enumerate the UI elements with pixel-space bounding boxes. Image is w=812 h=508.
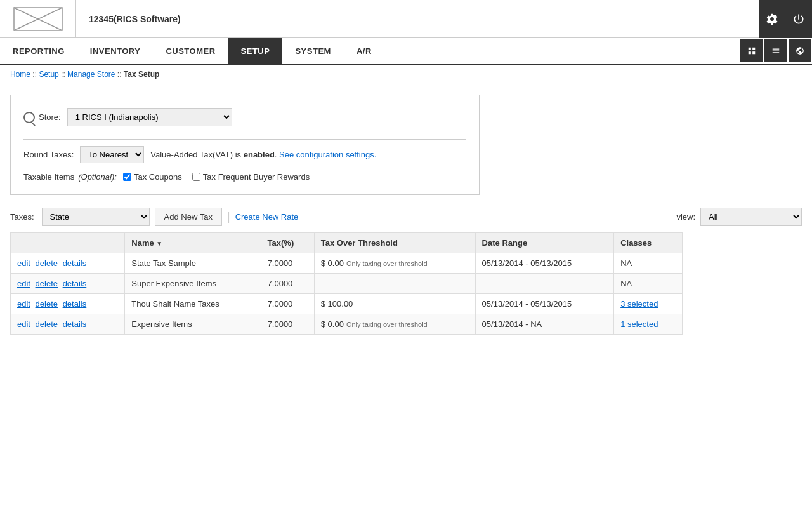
col-date-range: Date Range [475,233,614,253]
edit-link[interactable]: edit [17,279,30,288]
row-date-range: 05/13/2014 - 05/13/2015 [475,294,614,314]
nav-ar[interactable]: A/R [344,38,384,64]
store-label: Store: [23,112,61,123]
breadcrumb-home[interactable]: Home [10,70,30,79]
taxes-controls: Taxes: State County City Special Add New… [10,208,802,226]
row-actions: edit delete details [11,274,125,294]
row-name: Super Expensive Items [125,274,261,294]
round-taxes-row: Round Taxes: To Nearest Up Down Value-Ad… [23,146,466,163]
row-actions: edit delete details [11,294,125,314]
row-tax: 7.0000 [261,294,314,314]
edit-link[interactable]: edit [17,299,30,309]
row-date-range: 05/13/2014 - 05/13/2015 [475,253,614,274]
delete-link[interactable]: delete [36,319,58,329]
view-label: view: [676,212,695,222]
row-threshold: — [314,274,475,294]
nav-customer[interactable]: CUSTOMER [153,38,228,64]
logo [0,0,76,38]
col-name[interactable]: Name ▼ [125,233,261,253]
nav-setup[interactable]: SETUP [228,38,283,64]
row-classes: 1 selected [614,314,683,335]
table-head: Name ▼ Tax(%) Tax Over Threshold Date Ra… [11,233,683,253]
row-name: State Tax Sample [125,253,261,274]
divider [23,139,466,140]
svg-rect-4 [752,48,755,50]
row-tax: 7.0000 [261,314,314,335]
edit-link[interactable]: edit [17,258,30,268]
details-link[interactable]: details [63,258,87,268]
taxable-optional: (Optional): [78,172,117,182]
tax-frequent-checkbox-label[interactable]: Tax Frequent Buyer Rewards [192,172,310,182]
sort-arrow-icon: ▼ [156,240,162,247]
row-actions: edit delete details [11,314,125,335]
nav-icon-3[interactable] [789,39,811,62]
row-date-range [475,274,614,294]
delete-link[interactable]: delete [36,258,58,268]
nav-icon-2[interactable] [764,39,787,62]
tax-frequent-checkbox[interactable] [192,173,200,181]
row-threshold: $ 0.00Only taxing over threshold [314,253,475,274]
taxable-row: Taxable Items (Optional): Tax Coupons Ta… [23,172,466,182]
main-content: Store: 1 RICS I (Indianapolis) Round Tax… [0,84,812,345]
col-tax: Tax(%) [261,233,314,253]
header: 12345(RICS Software) [0,0,812,38]
delete-link[interactable]: delete [36,279,58,288]
details-link[interactable]: details [63,279,87,288]
taxes-type-select[interactable]: State County City Special [42,208,150,226]
row-threshold: $ 100.00 [314,294,475,314]
table-body: edit delete details State Tax Sample7.00… [11,253,683,335]
classes-link[interactable]: 3 selected [620,299,658,309]
row-date-range: 05/13/2014 - NA [475,314,614,335]
row-threshold: $ 0.00Only taxing over threshold [314,314,475,335]
col-actions [11,233,125,253]
settings-icon[interactable] [759,0,785,38]
tax-table: Name ▼ Tax(%) Tax Over Threshold Date Ra… [10,232,683,335]
table-row: edit delete details State Tax Sample7.00… [11,253,683,274]
store-row: Store: 1 RICS I (Indianapolis) [23,108,466,126]
row-tax: 7.0000 [261,253,314,274]
nav-reporting[interactable]: REPORTING [0,38,77,64]
tax-coupons-checkbox-label[interactable]: Tax Coupons [123,172,182,182]
nav-system[interactable]: SYSTEM [282,38,343,64]
svg-rect-3 [749,48,751,50]
table-row: edit delete details Expensive Items7.000… [11,314,683,335]
col-threshold: Tax Over Threshold [314,233,475,253]
nav-icon-1[interactable] [740,39,763,62]
table-row: edit delete details Thou Shalt Name Taxe… [11,294,683,314]
svg-rect-5 [749,51,751,54]
round-taxes-select[interactable]: To Nearest Up Down [80,146,144,163]
company-name: 12345(RICS Software) [76,14,759,24]
threshold-note: Only taxing over threshold [346,321,428,328]
taxable-label: Taxable Items [23,172,74,182]
details-link[interactable]: details [63,319,87,329]
row-classes: NA [614,274,683,294]
row-tax: 7.0000 [261,274,314,294]
row-name: Expensive Items [125,314,261,335]
tax-coupons-checkbox[interactable] [123,173,131,181]
row-name: Thou Shalt Name Taxes [125,294,261,314]
breadcrumb-setup[interactable]: Setup [39,70,58,79]
edit-link[interactable]: edit [17,319,30,329]
delete-link[interactable]: delete [36,299,58,309]
taxes-label: Taxes: [10,212,34,222]
nav-inventory[interactable]: INVENTORY [77,38,154,64]
vat-text: Value-Added Tax(VAT) is enabled. See con… [150,150,376,159]
threshold-note: Only taxing over threshold [346,260,428,267]
breadcrumb-manage-store[interactable]: Manage Store [67,70,115,79]
power-icon[interactable] [785,0,812,38]
breadcrumb: Home :: Setup :: Manage Store :: Tax Set… [0,65,812,84]
row-classes: NA [614,253,683,274]
view-select[interactable]: All Active Inactive [700,208,802,226]
store-select[interactable]: 1 RICS I (Indianapolis) [67,108,232,126]
checkbox-group: Tax Coupons Tax Frequent Buyer Rewards [123,172,310,182]
classes-link[interactable]: 1 selected [620,319,658,329]
create-new-rate-link[interactable]: Create New Rate [235,212,299,222]
nav-right-icons [740,38,812,64]
round-taxes-label: Round Taxes: [23,150,74,159]
add-new-tax-button[interactable]: Add New Tax [155,208,222,226]
nav: REPORTING INVENTORY CUSTOMER SETUP SYSTE… [0,38,812,65]
header-icons [759,0,812,38]
vat-config-link[interactable]: See configuration settings. [279,150,376,159]
details-link[interactable]: details [63,299,87,309]
col-classes: Classes [614,233,683,253]
